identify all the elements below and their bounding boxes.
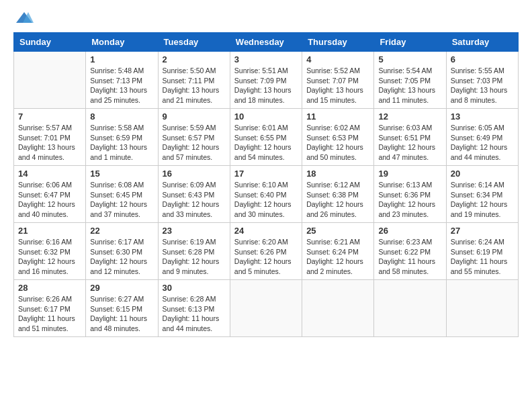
weekday-header-row: SundayMondayTuesdayWednesdayThursdayFrid… <box>14 33 519 52</box>
calendar-body: 1Sunrise: 5:48 AM Sunset: 7:13 PM Daylig… <box>14 52 519 337</box>
day-info: Sunrise: 5:59 AM Sunset: 6:57 PM Dayligh… <box>163 123 226 163</box>
day-info: Sunrise: 6:26 AM Sunset: 6:17 PM Dayligh… <box>18 294 81 334</box>
day-cell-7: 7Sunrise: 5:57 AM Sunset: 7:01 PM Daylig… <box>14 109 86 166</box>
day-cell-26: 26Sunrise: 6:23 AM Sunset: 6:22 PM Dayli… <box>374 223 446 280</box>
day-cell-22: 22Sunrise: 6:17 AM Sunset: 6:30 PM Dayli… <box>86 223 158 280</box>
week-row-1: 1Sunrise: 5:48 AM Sunset: 7:13 PM Daylig… <box>14 52 519 109</box>
day-number: 15 <box>90 169 153 179</box>
page-header <box>7 7 525 30</box>
day-info: Sunrise: 6:14 AM Sunset: 6:34 PM Dayligh… <box>451 180 514 220</box>
day-info: Sunrise: 6:21 AM Sunset: 6:24 PM Dayligh… <box>306 237 369 277</box>
week-row-2: 7Sunrise: 5:57 AM Sunset: 7:01 PM Daylig… <box>14 109 519 166</box>
day-number: 27 <box>451 226 514 236</box>
day-cell-30: 30Sunrise: 6:28 AM Sunset: 6:13 PM Dayli… <box>158 280 230 337</box>
day-number: 21 <box>18 226 81 236</box>
empty-cell <box>302 280 374 337</box>
day-number: 12 <box>378 111 441 122</box>
week-row-3: 14Sunrise: 6:06 AM Sunset: 6:47 PM Dayli… <box>14 166 519 223</box>
logo <box>15 12 36 27</box>
day-info: Sunrise: 6:09 AM Sunset: 6:43 PM Dayligh… <box>163 180 226 220</box>
day-info: Sunrise: 5:57 AM Sunset: 7:01 PM Dayligh… <box>18 123 81 163</box>
day-cell-24: 24Sunrise: 6:20 AM Sunset: 6:26 PM Dayli… <box>230 223 302 280</box>
day-info: Sunrise: 6:20 AM Sunset: 6:26 PM Dayligh… <box>234 237 298 277</box>
day-cell-17: 17Sunrise: 6:10 AM Sunset: 6:40 PM Dayli… <box>230 166 302 223</box>
day-number: 13 <box>451 111 514 122</box>
day-cell-13: 13Sunrise: 6:05 AM Sunset: 6:49 PM Dayli… <box>446 109 518 166</box>
day-info: Sunrise: 5:52 AM Sunset: 7:07 PM Dayligh… <box>306 66 369 105</box>
day-cell-29: 29Sunrise: 6:27 AM Sunset: 6:15 PM Dayli… <box>86 280 158 337</box>
day-info: Sunrise: 6:06 AM Sunset: 6:47 PM Dayligh… <box>18 180 81 220</box>
day-cell-2: 2Sunrise: 5:50 AM Sunset: 7:11 PM Daylig… <box>158 52 230 109</box>
day-number: 3 <box>234 54 298 64</box>
day-cell-6: 6Sunrise: 5:55 AM Sunset: 7:03 PM Daylig… <box>446 52 518 109</box>
day-number: 19 <box>378 169 441 179</box>
day-number: 26 <box>378 226 441 236</box>
day-cell-16: 16Sunrise: 6:09 AM Sunset: 6:43 PM Dayli… <box>158 166 230 223</box>
day-number: 22 <box>90 226 153 236</box>
day-info: Sunrise: 6:13 AM Sunset: 6:36 PM Dayligh… <box>378 180 441 220</box>
day-number: 28 <box>18 283 81 293</box>
day-cell-11: 11Sunrise: 6:02 AM Sunset: 6:53 PM Dayli… <box>302 109 374 166</box>
weekday-wednesday: Wednesday <box>230 33 302 52</box>
day-info: Sunrise: 6:01 AM Sunset: 6:55 PM Dayligh… <box>234 123 298 163</box>
day-number: 7 <box>18 111 81 122</box>
day-info: Sunrise: 5:55 AM Sunset: 7:03 PM Dayligh… <box>451 66 514 105</box>
weekday-tuesday: Tuesday <box>158 33 230 52</box>
day-number: 29 <box>90 283 153 293</box>
day-cell-15: 15Sunrise: 6:08 AM Sunset: 6:45 PM Dayli… <box>86 166 158 223</box>
day-cell-12: 12Sunrise: 6:03 AM Sunset: 6:51 PM Dayli… <box>374 109 446 166</box>
empty-cell <box>374 280 446 337</box>
day-number: 9 <box>163 111 226 122</box>
day-cell-14: 14Sunrise: 6:06 AM Sunset: 6:47 PM Dayli… <box>14 166 86 223</box>
day-info: Sunrise: 6:12 AM Sunset: 6:38 PM Dayligh… <box>306 180 369 220</box>
day-cell-19: 19Sunrise: 6:13 AM Sunset: 6:36 PM Dayli… <box>374 166 446 223</box>
day-cell-3: 3Sunrise: 5:51 AM Sunset: 7:09 PM Daylig… <box>230 52 302 109</box>
day-info: Sunrise: 6:27 AM Sunset: 6:15 PM Dayligh… <box>90 294 153 334</box>
day-number: 8 <box>90 111 153 122</box>
day-cell-28: 28Sunrise: 6:26 AM Sunset: 6:17 PM Dayli… <box>14 280 86 337</box>
day-cell-18: 18Sunrise: 6:12 AM Sunset: 6:38 PM Dayli… <box>302 166 374 223</box>
day-info: Sunrise: 6:23 AM Sunset: 6:22 PM Dayligh… <box>378 237 441 277</box>
day-number: 11 <box>306 111 369 122</box>
day-number: 1 <box>90 54 153 64</box>
day-info: Sunrise: 5:48 AM Sunset: 7:13 PM Dayligh… <box>90 66 153 105</box>
day-cell-4: 4Sunrise: 5:52 AM Sunset: 7:07 PM Daylig… <box>302 52 374 109</box>
day-cell-21: 21Sunrise: 6:16 AM Sunset: 6:32 PM Dayli… <box>14 223 86 280</box>
day-info: Sunrise: 6:10 AM Sunset: 6:40 PM Dayligh… <box>234 180 298 220</box>
calendar-table: SundayMondayTuesdayWednesdayThursdayFrid… <box>13 32 519 337</box>
day-info: Sunrise: 6:19 AM Sunset: 6:28 PM Dayligh… <box>163 237 226 277</box>
day-number: 25 <box>306 226 369 236</box>
day-info: Sunrise: 6:08 AM Sunset: 6:45 PM Dayligh… <box>90 180 153 220</box>
day-number: 30 <box>163 283 226 293</box>
day-info: Sunrise: 6:24 AM Sunset: 6:19 PM Dayligh… <box>451 237 514 277</box>
week-row-4: 21Sunrise: 6:16 AM Sunset: 6:32 PM Dayli… <box>14 223 519 280</box>
day-number: 2 <box>163 54 226 64</box>
day-info: Sunrise: 6:02 AM Sunset: 6:53 PM Dayligh… <box>306 123 369 163</box>
day-cell-20: 20Sunrise: 6:14 AM Sunset: 6:34 PM Dayli… <box>446 166 518 223</box>
day-cell-27: 27Sunrise: 6:24 AM Sunset: 6:19 PM Dayli… <box>446 223 518 280</box>
day-number: 14 <box>18 169 81 179</box>
day-number: 17 <box>234 169 298 179</box>
weekday-saturday: Saturday <box>446 33 518 52</box>
day-number: 6 <box>451 54 514 64</box>
empty-cell <box>14 52 86 109</box>
day-info: Sunrise: 6:17 AM Sunset: 6:30 PM Dayligh… <box>90 237 153 277</box>
day-number: 24 <box>234 226 298 236</box>
day-cell-25: 25Sunrise: 6:21 AM Sunset: 6:24 PM Dayli… <box>302 223 374 280</box>
day-cell-10: 10Sunrise: 6:01 AM Sunset: 6:55 PM Dayli… <box>230 109 302 166</box>
day-info: Sunrise: 6:03 AM Sunset: 6:51 PM Dayligh… <box>378 123 441 163</box>
day-info: Sunrise: 5:50 AM Sunset: 7:11 PM Dayligh… <box>163 66 226 105</box>
day-number: 23 <box>163 226 226 236</box>
day-cell-1: 1Sunrise: 5:48 AM Sunset: 7:13 PM Daylig… <box>86 52 158 109</box>
day-info: Sunrise: 6:05 AM Sunset: 6:49 PM Dayligh… <box>451 123 514 163</box>
empty-cell <box>446 280 518 337</box>
day-cell-5: 5Sunrise: 5:54 AM Sunset: 7:05 PM Daylig… <box>374 52 446 109</box>
weekday-thursday: Thursday <box>302 33 374 52</box>
day-number: 5 <box>378 54 441 64</box>
day-info: Sunrise: 5:54 AM Sunset: 7:05 PM Dayligh… <box>378 66 441 105</box>
day-number: 10 <box>234 111 298 122</box>
day-cell-9: 9Sunrise: 5:59 AM Sunset: 6:57 PM Daylig… <box>158 109 230 166</box>
day-cell-8: 8Sunrise: 5:58 AM Sunset: 6:59 PM Daylig… <box>86 109 158 166</box>
weekday-sunday: Sunday <box>14 33 86 52</box>
day-number: 18 <box>306 169 369 179</box>
